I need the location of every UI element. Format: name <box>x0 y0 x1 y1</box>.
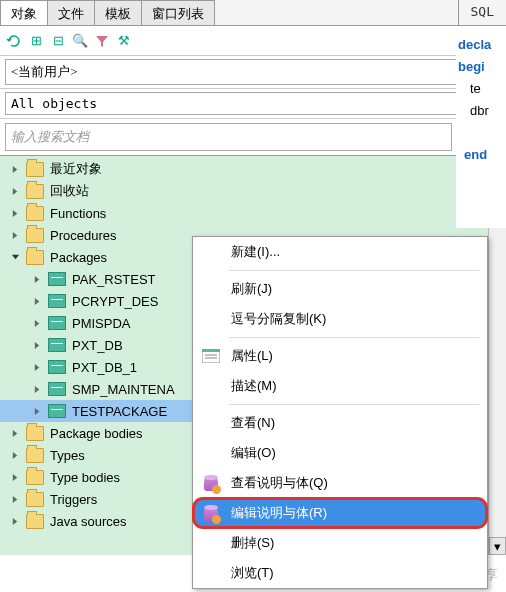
menu-refresh[interactable]: 刷新(J) <box>193 274 487 304</box>
package-icon <box>48 294 66 308</box>
folder-icon <box>26 514 44 529</box>
chevron-right-icon <box>8 429 22 438</box>
user-dropdown[interactable]: <当前用户> <box>5 59 501 85</box>
menu-new[interactable]: 新建(I)... <box>193 237 487 267</box>
code-editor[interactable]: decla begi te dbr end <box>456 28 506 228</box>
refresh-icon[interactable] <box>6 33 22 49</box>
chevron-down-icon <box>8 253 22 262</box>
folder-icon <box>26 162 44 177</box>
plus-icon[interactable]: ⊞ <box>28 33 44 49</box>
menu-view-spec-body[interactable]: 查看说明与体(Q) <box>193 468 487 498</box>
chevron-right-icon <box>30 275 44 284</box>
context-menu: 新建(I)... 刷新(J) 逗号分隔复制(K) 属性(L) 描述(M) 查看(… <box>192 236 488 589</box>
package-icon <box>48 382 66 396</box>
menu-view[interactable]: 查看(N) <box>193 408 487 438</box>
folder-icon <box>26 470 44 485</box>
chevron-right-icon <box>30 407 44 416</box>
package-icon <box>48 272 66 286</box>
tab-objects[interactable]: 对象 <box>0 0 48 25</box>
chevron-right-icon <box>8 231 22 240</box>
folder-icon <box>26 206 44 221</box>
tab-file[interactable]: 文件 <box>47 0 95 25</box>
menu-edit-spec-body[interactable]: 编辑说明与体(R) <box>193 498 487 528</box>
chevron-right-icon <box>30 319 44 328</box>
menu-describe[interactable]: 描述(M) <box>193 371 487 401</box>
chevron-right-icon <box>8 473 22 482</box>
scroll-track[interactable] <box>489 174 506 537</box>
database-icon <box>201 503 221 523</box>
chevron-right-icon <box>8 187 22 196</box>
chevron-right-icon <box>30 297 44 306</box>
scroll-down-icon[interactable]: ▾ <box>489 537 506 555</box>
filter-icon[interactable] <box>94 33 110 49</box>
menu-copy-csv[interactable]: 逗号分隔复制(K) <box>193 304 487 334</box>
database-icon <box>201 473 221 493</box>
menu-separator <box>229 404 479 405</box>
tab-sql[interactable]: SQL <box>458 0 506 25</box>
folder-icon <box>26 228 44 243</box>
properties-icon <box>201 346 221 366</box>
svg-rect-1 <box>202 349 220 352</box>
folder-icon <box>26 492 44 507</box>
search-input[interactable]: 输入搜索文档 <box>5 123 452 151</box>
folder-icon <box>26 250 44 265</box>
package-icon <box>48 360 66 374</box>
tools-icon[interactable]: ⚒ <box>116 33 132 49</box>
package-icon <box>48 316 66 330</box>
chevron-right-icon <box>30 363 44 372</box>
menu-separator <box>229 337 479 338</box>
menu-separator <box>229 270 479 271</box>
tree-node-functions[interactable]: Functions <box>0 202 488 224</box>
menu-edit[interactable]: 编辑(O) <box>193 438 487 468</box>
tab-bar: 对象 文件 模板 窗口列表 SQL <box>0 0 506 26</box>
menu-delete[interactable]: 删掉(S) <box>193 528 487 558</box>
toolbar: ⊞ ⊟ 🔍 ⚒ <box>0 26 506 56</box>
folder-icon <box>26 426 44 441</box>
package-icon <box>48 404 66 418</box>
minus-icon[interactable]: ⊟ <box>50 33 66 49</box>
chevron-right-icon <box>8 209 22 218</box>
menu-browse[interactable]: 浏览(T) <box>193 558 487 588</box>
chevron-right-icon <box>8 451 22 460</box>
menu-properties[interactable]: 属性(L) <box>193 341 487 371</box>
package-icon <box>48 338 66 352</box>
chevron-right-icon <box>30 385 44 394</box>
binoculars-icon[interactable]: 🔍 <box>72 33 88 49</box>
chevron-right-icon <box>30 341 44 350</box>
chevron-right-icon <box>8 165 22 174</box>
folder-icon <box>26 448 44 463</box>
tab-window-list[interactable]: 窗口列表 <box>141 0 215 25</box>
folder-icon <box>26 184 44 199</box>
chevron-right-icon <box>8 495 22 504</box>
object-filter-dropdown[interactable]: All objects <box>5 92 501 115</box>
chevron-right-icon <box>8 517 22 526</box>
tree-node-recycle[interactable]: 回收站 <box>0 180 488 202</box>
tab-template[interactable]: 模板 <box>94 0 142 25</box>
tree-node-recent[interactable]: 最近对象 <box>0 158 488 180</box>
